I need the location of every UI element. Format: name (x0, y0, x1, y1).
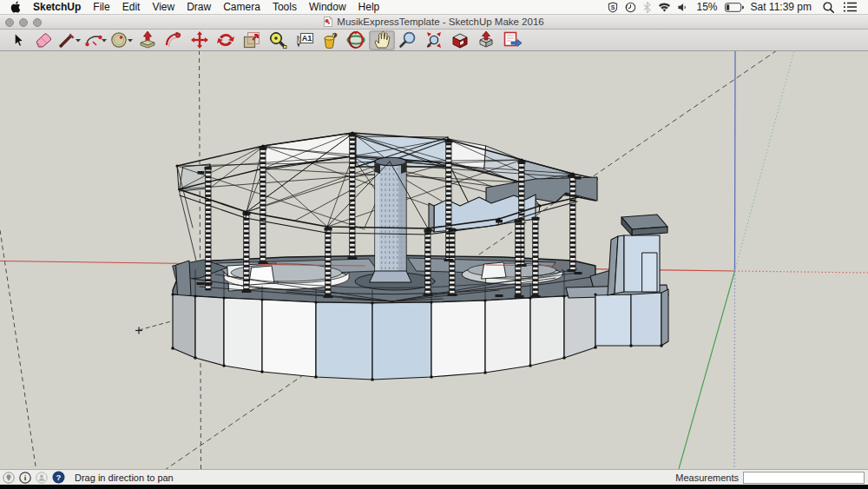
followme-icon (164, 30, 183, 50)
select-icon (9, 31, 26, 49)
notification-center-icon[interactable] (844, 2, 857, 12)
scale-icon (242, 30, 261, 50)
bluetooth-icon[interactable] (643, 2, 651, 13)
tool-shapes[interactable] (108, 30, 135, 50)
pushpull-icon (138, 30, 157, 50)
menu-item-edit[interactable]: Edit (116, 1, 147, 13)
menu-item-tools[interactable]: Tools (266, 1, 303, 13)
blue-axis (735, 51, 736, 271)
tool-line[interactable] (56, 30, 82, 50)
window-title: MusikExpressTemplate - SketchUp Make 201… (0, 17, 868, 27)
orbit-icon (345, 30, 366, 50)
layout-icon (502, 30, 523, 50)
menu-item-view[interactable]: View (146, 1, 181, 13)
tool-rotate[interactable] (213, 30, 239, 50)
menu-item-draw[interactable]: Draw (181, 1, 217, 13)
shield-s-icon[interactable]: S (608, 2, 618, 13)
tool-getmodels[interactable] (447, 30, 473, 50)
macos-menu-bar: SketchUpFileEditViewDrawCameraToolsWindo… (0, 0, 868, 15)
measurements-input[interactable] (743, 472, 865, 484)
paint-icon (320, 30, 339, 50)
tool-arc[interactable] (82, 30, 108, 50)
screen-bottom-strip (0, 485, 868, 489)
eraser-icon (34, 30, 53, 50)
text-icon: A1 (293, 30, 314, 50)
time-machine-icon[interactable] (625, 2, 636, 13)
screen: SketchUpFileEditViewDrawCameraToolsWindo… (0, 0, 868, 489)
pan-icon (372, 30, 391, 50)
tool-paint[interactable] (317, 30, 343, 50)
status-bar: i ? Drag in direction to pan Measurement… (0, 469, 868, 485)
getmodels-icon (450, 30, 470, 50)
tool-sharemodel[interactable] (473, 30, 499, 50)
help-icon[interactable]: ? (52, 471, 65, 484)
close-button[interactable] (5, 18, 14, 27)
svg-text:S: S (611, 3, 615, 10)
menu-bar-tray: S 15% Sat 11:39 pm (601, 1, 861, 13)
menu-item-file[interactable]: File (87, 1, 115, 13)
wifi-icon[interactable] (658, 3, 671, 12)
sketchup-toolbar: A1 (0, 30, 868, 51)
zoom-icon (398, 30, 418, 50)
tool-scale[interactable] (239, 30, 265, 50)
minimize-button[interactable] (19, 18, 28, 27)
signin-icon[interactable] (36, 472, 48, 484)
document-icon (324, 17, 332, 27)
menu-item-help[interactable]: Help (352, 1, 386, 13)
tool-zoom[interactable] (395, 30, 421, 50)
rotate-icon (216, 30, 235, 50)
status-hint: Drag in direction to pan (75, 472, 174, 483)
zoom-button[interactable] (33, 18, 42, 27)
tool-layout[interactable] (499, 30, 525, 50)
svg-text:i: i (24, 473, 27, 482)
svg-text:?: ? (56, 472, 62, 482)
sharemodel-icon (476, 30, 496, 50)
menu-item-sketchup[interactable]: SketchUp (33, 1, 87, 13)
tool-select[interactable] (4, 30, 30, 50)
arc-icon (84, 30, 107, 50)
spotlight-search-icon[interactable] (823, 2, 834, 13)
tool-zoomext[interactable] (421, 30, 447, 50)
battery-icon (725, 3, 744, 12)
menu-bar-clock[interactable]: Sat 11:39 pm (751, 1, 812, 13)
menu-item-window[interactable]: Window (303, 1, 352, 13)
geolocation-icon[interactable] (3, 472, 15, 484)
window-title-bar[interactable]: MusikExpressTemplate - SketchUp Make 201… (0, 15, 868, 30)
tool-tape[interactable] (265, 30, 291, 50)
battery-percent: 15% (696, 1, 717, 13)
menu-item-camera[interactable]: Camera (217, 1, 266, 13)
apple-menu-icon[interactable] (10, 1, 22, 13)
move-icon (190, 30, 209, 50)
measurements-label: Measurements (675, 472, 739, 483)
tool-pan-active[interactable] (369, 30, 395, 50)
svg-text:A1: A1 (302, 34, 312, 43)
volume-icon[interactable] (678, 3, 689, 12)
tool-pushpull[interactable] (135, 30, 161, 50)
tape-icon (268, 30, 287, 50)
zoomext-icon (424, 30, 444, 50)
line-icon (58, 30, 81, 50)
tool-eraser[interactable] (30, 30, 56, 50)
tool-text[interactable]: A1 (291, 30, 317, 50)
tool-orbit[interactable] (343, 30, 369, 50)
menu-items: SketchUpFileEditViewDrawCameraToolsWindo… (33, 1, 385, 13)
tool-followme[interactable] (161, 30, 187, 50)
credits-icon[interactable]: i (19, 472, 31, 484)
model-left-post (176, 261, 191, 297)
viewport-canvas[interactable] (0, 51, 868, 469)
tool-move[interactable] (187, 30, 213, 50)
shapes-icon (110, 30, 133, 50)
